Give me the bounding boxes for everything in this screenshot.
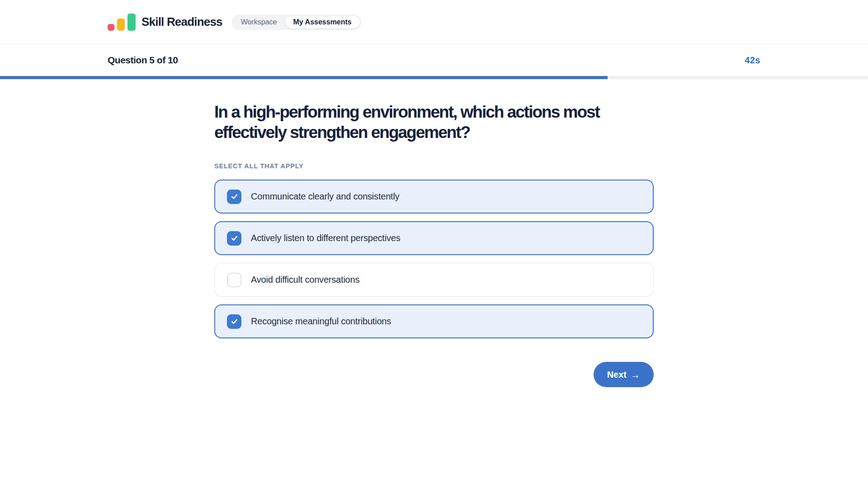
answer-option[interactable]: Avoid difficult conversations — [214, 263, 654, 297]
answer-option-label: Recognise meaningful contributions — [251, 316, 391, 327]
timer-value: 42s — [745, 55, 760, 66]
answer-option-label: Avoid difficult conversations — [251, 275, 359, 285]
next-button-label: Next — [607, 370, 627, 380]
progress-bar-track — [0, 76, 868, 79]
app-header: Skill Readiness Workspace My Assessments — [0, 0, 868, 44]
brand-logo: Skill Readiness — [108, 14, 222, 31]
main-nav-tabs: Workspace My Assessments — [231, 14, 361, 30]
progress-bar-fill — [0, 76, 608, 79]
tab-workspace[interactable]: Workspace — [233, 16, 285, 28]
arrow-right-icon: → — [631, 370, 640, 380]
checkbox[interactable] — [227, 231, 241, 246]
checkmark-icon — [231, 234, 238, 242]
select-all-instruction: SELECT ALL THAT APPLY — [214, 162, 654, 170]
question-progress-label: Question 5 of 10 — [108, 55, 178, 66]
answer-option[interactable]: Actively listen to different perspective… — [214, 221, 654, 255]
checkbox[interactable] — [227, 190, 241, 204]
brand-name: Skill Readiness — [142, 15, 222, 29]
answer-option-label: Communicate clearly and consistently — [251, 191, 400, 202]
checkbox[interactable] — [227, 314, 241, 329]
checkbox[interactable] — [227, 273, 241, 287]
next-button[interactable]: Next → — [594, 362, 654, 387]
question-panel: In a high-performing environment, which … — [214, 79, 654, 387]
checkmark-icon — [231, 318, 238, 325]
answer-option-label: Actively listen to different perspective… — [251, 233, 400, 243]
bar-chart-logo-icon — [108, 14, 136, 31]
logo-bar-green — [127, 14, 136, 31]
question-title: In a high-performing environment, which … — [214, 102, 654, 142]
tab-my-assessments[interactable]: My Assessments — [285, 16, 360, 28]
action-row: Next → — [214, 362, 654, 387]
answer-options-list: Communicate clearly and consistently Act… — [214, 180, 654, 338]
logo-bar-yellow — [117, 19, 125, 31]
logo-bar-red — [108, 24, 114, 31]
answer-option[interactable]: Recognise meaningful contributions — [214, 304, 654, 338]
answer-option[interactable]: Communicate clearly and consistently — [214, 180, 654, 214]
quiz-header-bar: Question 5 of 10 42s — [0, 44, 868, 76]
checkmark-icon — [231, 193, 238, 200]
